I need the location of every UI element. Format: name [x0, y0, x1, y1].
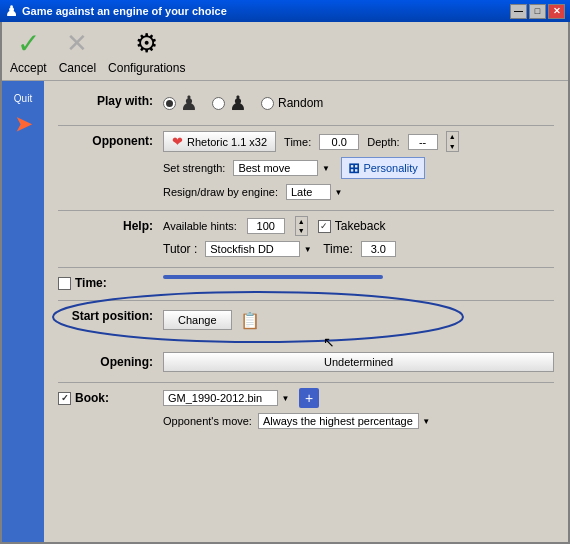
sidebar-arrow-icon: ➤	[15, 112, 32, 136]
title-bar-controls[interactable]: — □ ✕	[510, 4, 565, 19]
strength-value: Best move	[238, 162, 290, 174]
opponents-move-arrow-icon[interactable]: ▼	[418, 413, 434, 429]
book-content: GM_1990-2012.bin ▼ + Opponent's move: Al…	[163, 388, 554, 429]
opponents-move-row: Opponent's move: Always the highest perc…	[163, 413, 554, 429]
tutor-time-label: Time:	[323, 242, 353, 256]
random-label: Random	[278, 96, 323, 110]
change-button[interactable]: Change	[163, 310, 232, 330]
hints-spinner-up[interactable]: ▲	[296, 217, 307, 226]
opponents-move-select[interactable]: Always the highest percentage	[258, 413, 434, 429]
play-white-radio[interactable]	[163, 97, 176, 110]
play-white-option[interactable]: ♟	[163, 91, 198, 115]
personality-label: Personality	[363, 162, 417, 174]
cancel-button[interactable]: ✕ Cancel	[59, 27, 96, 75]
spinner-up-button[interactable]: ▲	[447, 132, 458, 141]
play-black-option[interactable]: ♟	[212, 91, 247, 115]
opponents-move-dropdown[interactable]: Always the highest percentage ▼	[258, 413, 434, 429]
opening-button[interactable]: Undetermined	[163, 352, 554, 372]
opening-content: Undetermined	[163, 352, 554, 372]
main-window: ✓ Accept ✕ Cancel ⚙ Configurations Quit …	[0, 22, 570, 544]
tutor-arrow-icon[interactable]: ▼	[299, 241, 315, 257]
play-with-content: ♟ ♟ Random	[163, 91, 554, 115]
divider-3	[58, 267, 554, 268]
copy-button[interactable]: 📋	[240, 311, 260, 330]
tutor-dropdown[interactable]: Stockfish DD ▼	[205, 241, 315, 257]
time-slider-row	[163, 273, 554, 279]
sidebar: Quit ➤	[2, 81, 44, 542]
white-pawn-icon: ♟	[180, 91, 198, 115]
accept-label: Accept	[10, 61, 47, 75]
cancel-icon: ✕	[61, 27, 93, 59]
depth-input[interactable]	[408, 134, 438, 150]
personality-button[interactable]: ⊞ Personality	[341, 157, 424, 179]
strength-dropdown[interactable]: Best move ▼	[233, 160, 333, 176]
help-top: Available hints: ▲ ▼ ✓ Takeback	[163, 216, 554, 236]
book-file-dropdown[interactable]: GM_1990-2012.bin ▼	[163, 390, 293, 406]
book-file-row: GM_1990-2012.bin ▼ +	[163, 388, 554, 408]
time-checkbox[interactable]	[58, 277, 71, 290]
opponent-label: Opponent:	[58, 131, 163, 148]
opponents-move-label: Opponent's move:	[163, 415, 252, 427]
plus-icon: ⊞	[348, 160, 360, 176]
spinner-down-button[interactable]: ▼	[447, 142, 458, 151]
accept-button[interactable]: ✓ Accept	[10, 27, 47, 75]
minimize-button[interactable]: —	[510, 4, 527, 19]
gear-icon: ⚙	[131, 27, 163, 59]
help-label: Help:	[58, 216, 163, 233]
opponents-move-value: Always the highest percentage	[263, 415, 413, 427]
play-random-option[interactable]: Random	[261, 96, 323, 110]
title-bar: ♟ Game against an engine of your choice …	[0, 0, 570, 22]
takeback-label: Takeback	[335, 219, 386, 233]
engine-button[interactable]: ❤ Rhetoric 1.1 x32	[163, 131, 276, 152]
divider-5	[58, 382, 554, 383]
divider-4	[58, 300, 554, 301]
divider-2	[58, 210, 554, 211]
takeback-checkbox-row[interactable]: ✓ Takeback	[318, 219, 386, 233]
depth-label: Depth:	[367, 136, 399, 148]
play-random-radio[interactable]	[261, 97, 274, 110]
book-checkbox[interactable]: ✓	[58, 392, 71, 405]
start-position-label: Start position:	[58, 306, 163, 323]
hints-input[interactable]	[247, 218, 285, 234]
hints-label: Available hints:	[163, 220, 237, 232]
start-position-row: Start position: Change 📋 ↖	[58, 306, 554, 334]
time-content	[163, 273, 554, 279]
opponent-top: ❤ Rhetoric 1.1 x32 Time: Depth: ▲ ▼	[163, 131, 554, 152]
accept-icon: ✓	[12, 27, 44, 59]
strength-arrow-icon[interactable]: ▼	[317, 160, 333, 176]
hints-spinner-down[interactable]: ▼	[296, 226, 307, 235]
book-add-button[interactable]: +	[299, 388, 319, 408]
tutor-time-input[interactable]	[361, 241, 396, 257]
play-with-row: Play with: ♟ ♟ Random	[58, 91, 554, 115]
resign-arrow-icon[interactable]: ▼	[330, 184, 346, 200]
help-row: Help: Available hints: ▲ ▼ ✓ Takeback	[58, 216, 554, 257]
book-row: ✓ Book: GM_1990-2012.bin ▼ +	[58, 388, 554, 429]
opponent-time-input[interactable]	[319, 134, 359, 150]
time-slider[interactable]	[163, 275, 383, 279]
resign-value: Late	[291, 186, 312, 198]
book-file-arrow-icon[interactable]: ▼	[277, 390, 293, 406]
engine-name: Rhetoric 1.1 x32	[187, 136, 267, 148]
configurations-label: Configurations	[108, 61, 185, 75]
hints-spinner[interactable]: ▲ ▼	[295, 216, 308, 236]
depth-spinner[interactable]: ▲ ▼	[446, 131, 459, 151]
title-bar-icon: ♟	[5, 3, 18, 19]
toolbar: ✓ Accept ✕ Cancel ⚙ Configurations	[2, 22, 568, 81]
quit-button[interactable]: Quit	[12, 89, 34, 108]
book-file-select[interactable]: GM_1990-2012.bin	[163, 390, 293, 406]
title-bar-title: Game against an engine of your choice	[22, 5, 227, 17]
close-button[interactable]: ✕	[548, 4, 565, 19]
maximize-button[interactable]: □	[529, 4, 546, 19]
takeback-checkbox[interactable]: ✓	[318, 220, 331, 233]
play-with-label: Play with:	[58, 91, 163, 108]
resign-dropdown[interactable]: Late ▼	[286, 184, 346, 200]
help-content: Available hints: ▲ ▼ ✓ Takeback Tutor :	[163, 216, 554, 257]
time-row: Time:	[58, 273, 554, 290]
configurations-button[interactable]: ⚙ Configurations	[108, 27, 185, 75]
book-file-value: GM_1990-2012.bin	[168, 392, 262, 404]
time-label: Time:	[58, 273, 163, 290]
resign-label: Resign/draw by engine:	[163, 186, 278, 198]
play-black-radio[interactable]	[212, 97, 225, 110]
black-pawn-icon: ♟	[229, 91, 247, 115]
divider-1	[58, 125, 554, 126]
